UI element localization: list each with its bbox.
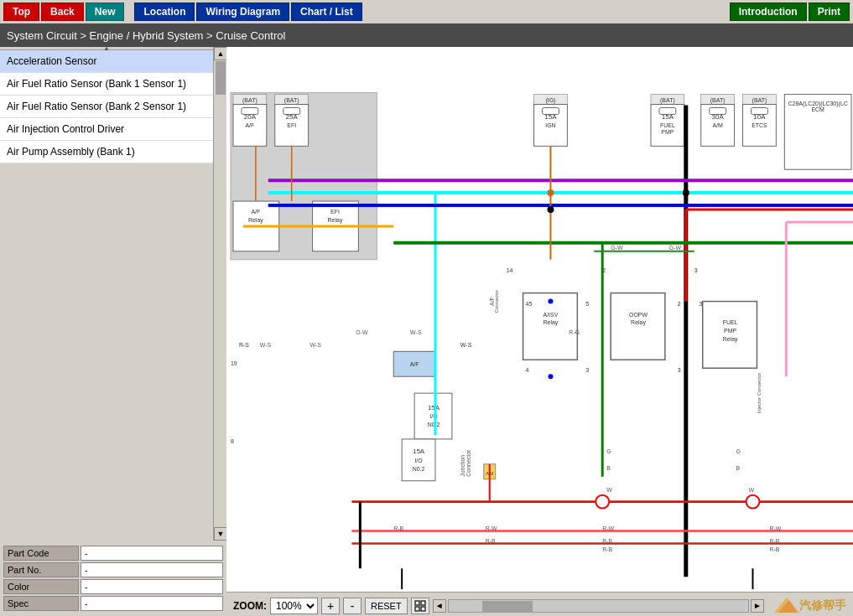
- svg-text:A/F: A/F: [251, 209, 260, 215]
- svg-text:R-B: R-B: [769, 546, 779, 552]
- svg-text:N0.2: N0.2: [428, 422, 440, 427]
- list-scroll-down[interactable]: ▼: [214, 527, 227, 541]
- svg-text:PMP: PMP: [661, 129, 674, 135]
- top-button[interactable]: Top: [3, 3, 39, 21]
- svg-text:PMP: PMP: [724, 328, 736, 334]
- list-scrollbar[interactable]: ▲ ▼: [213, 47, 226, 541]
- svg-text:A/F: A/F: [245, 122, 254, 128]
- svg-text:(IG): (IG): [545, 97, 555, 104]
- wiring-diagram: (BAT) 20A A/F (BAT) 25A EFI (IG) 15A IGN…: [226, 47, 853, 589]
- svg-text:G: G: [736, 448, 741, 454]
- main-content: ▲ Acceleration SensorAir Fuel Ratio Sens…: [0, 47, 853, 616]
- svg-text:R-B: R-B: [393, 525, 403, 531]
- svg-text:3: 3: [678, 367, 681, 373]
- part-details: Part Code - Part No. - Color - Spec -: [0, 541, 226, 616]
- svg-point-125: [548, 374, 553, 379]
- scroll-left-button[interactable]: ◄: [433, 599, 446, 613]
- svg-point-97: [547, 206, 554, 213]
- svg-text:14: 14: [507, 267, 513, 273]
- svg-text:R-S: R-S: [239, 342, 249, 348]
- svg-text:B: B: [736, 465, 741, 471]
- new-button[interactable]: New: [86, 3, 125, 21]
- list-item[interactable]: Air Fuel Ratio Sensor (Bank 1 Sensor 1): [0, 73, 213, 96]
- svg-text:FUEL: FUEL: [723, 319, 738, 325]
- svg-text:15A: 15A: [413, 448, 425, 455]
- list-scroll-up[interactable]: ▲: [214, 47, 227, 60]
- svg-text:(BAT): (BAT): [242, 97, 257, 104]
- svg-text:FUEL: FUEL: [660, 122, 675, 128]
- svg-text:R-W: R-W: [602, 525, 614, 531]
- list-item[interactable]: Air Pump Assembly (Bank 1): [0, 141, 213, 163]
- svg-text:O-W: O-W: [356, 329, 368, 335]
- svg-text:3: 3: [700, 301, 703, 307]
- svg-text:Connector: Connector: [494, 290, 499, 313]
- svg-text:R-B: R-B: [602, 546, 612, 552]
- horizontal-scroll-area: ◄ ►: [433, 599, 764, 613]
- svg-text:19: 19: [231, 360, 237, 366]
- list-item[interactable]: Air Injection Control Driver: [0, 118, 213, 141]
- svg-text:R-G: R-G: [569, 329, 580, 335]
- color-row: Color -: [3, 579, 223, 594]
- svg-text:Relay: Relay: [248, 217, 263, 224]
- svg-rect-149: [421, 607, 425, 611]
- bottom-bar: ZOOM: 100% 50% 75% 125% 150% 200% + - RE…: [226, 592, 853, 616]
- svg-text:A/M: A/M: [712, 122, 723, 128]
- svg-text:Junction: Junction: [460, 455, 466, 477]
- chart-list-button[interactable]: Chart / List: [291, 3, 362, 21]
- wiring-diagram-button[interactable]: Wiring Diagram: [196, 3, 289, 21]
- part-no-label: Part No.: [3, 562, 79, 577]
- svg-text:N0.2: N0.2: [413, 466, 425, 472]
- zoom-out-button[interactable]: -: [343, 598, 361, 614]
- svg-text:I/O: I/O: [414, 458, 423, 463]
- component-list-wrapper[interactable]: ▲ Acceleration SensorAir Fuel Ratio Sens…: [0, 47, 213, 541]
- list-item[interactable]: Acceleration Sensor: [0, 50, 213, 73]
- svg-text:R-B: R-B: [602, 538, 612, 544]
- spec-value: -: [81, 596, 223, 611]
- component-list: Acceleration SensorAir Fuel Ratio Sensor…: [0, 50, 213, 163]
- svg-text:Relay: Relay: [544, 319, 559, 326]
- introduction-button[interactable]: Introduction: [730, 3, 807, 21]
- svg-text:EFI: EFI: [287, 122, 296, 128]
- color-value: -: [81, 579, 223, 594]
- svg-text:3: 3: [694, 267, 698, 273]
- print-button[interactable]: Print: [809, 3, 850, 21]
- svg-rect-50: [611, 293, 665, 360]
- svg-text:G: G: [606, 448, 611, 454]
- svg-text:W-S: W-S: [460, 342, 472, 348]
- zoom-reset-button[interactable]: RESET: [365, 598, 408, 614]
- svg-rect-53: [703, 302, 757, 369]
- zoom-select[interactable]: 100% 50% 75% 125% 150% 200%: [270, 598, 318, 614]
- part-code-value: -: [81, 546, 223, 561]
- svg-text:2: 2: [678, 301, 681, 307]
- svg-text:W: W: [749, 487, 755, 493]
- svg-point-95: [547, 189, 554, 196]
- svg-point-96: [683, 189, 689, 196]
- svg-rect-146: [415, 601, 419, 605]
- svg-text:(BAT): (BAT): [284, 97, 299, 104]
- fit-button[interactable]: [411, 598, 429, 614]
- svg-text:(BAT): (BAT): [710, 97, 726, 104]
- svg-text:5: 5: [585, 301, 589, 307]
- svg-text:ECM: ECM: [811, 106, 824, 112]
- svg-text:(BAT): (BAT): [752, 97, 767, 104]
- svg-text:3: 3: [585, 367, 589, 373]
- svg-text:OOPW: OOPW: [629, 312, 648, 318]
- diagram-area: (BAT) 20A A/F (BAT) 25A EFI (IG) 15A IGN…: [226, 47, 853, 616]
- svg-point-124: [548, 299, 553, 304]
- breadcrumb-text: System Circuit > Engine / Hybrid System …: [7, 29, 285, 42]
- horizontal-scrollbar[interactable]: [448, 599, 749, 613]
- location-button[interactable]: Location: [134, 3, 195, 21]
- svg-text:R-B: R-B: [769, 538, 779, 544]
- zoom-in-button[interactable]: +: [321, 598, 340, 614]
- zoom-label: ZOOM:: [233, 600, 267, 612]
- list-item[interactable]: Air Fuel Ratio Sensor (Bank 2 Sensor 1): [0, 96, 213, 118]
- svg-text:4: 4: [526, 367, 529, 373]
- scroll-right-button[interactable]: ►: [751, 599, 764, 613]
- svg-text:EFI: EFI: [330, 209, 340, 215]
- part-no-value: -: [81, 562, 223, 577]
- component-list-container: ▲ Acceleration SensorAir Fuel Ratio Sens…: [0, 47, 226, 541]
- back-button[interactable]: Back: [41, 3, 84, 21]
- svg-text:R-B: R-B: [486, 538, 496, 544]
- color-label: Color: [3, 579, 79, 594]
- svg-text:W: W: [606, 487, 612, 493]
